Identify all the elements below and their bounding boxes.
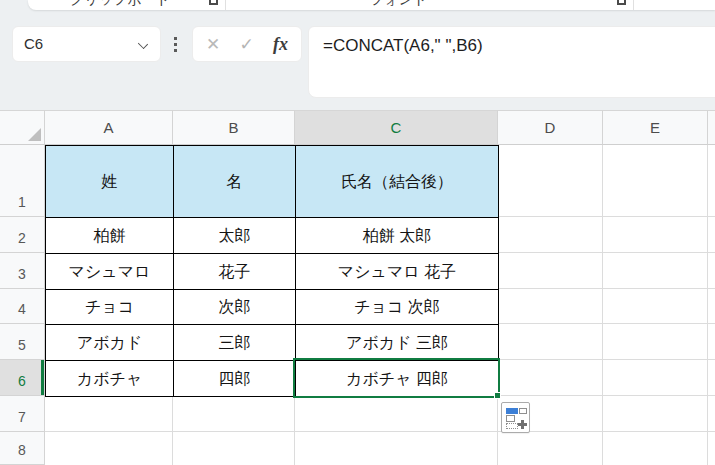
fill-handle[interactable]	[494, 392, 501, 399]
row-header-7[interactable]: 7	[0, 396, 45, 432]
row-header-label: 6	[18, 373, 26, 389]
dialog-launcher-icon[interactable]	[209, 0, 218, 5]
cell-C3[interactable]: マシュマロ 花子	[296, 254, 499, 290]
cancel-icon[interactable]: ✕	[206, 34, 220, 55]
cell-C6[interactable]: カボチャ 四郎	[296, 361, 499, 397]
column-header-partial[interactable]	[708, 110, 715, 145]
row-header-label: 2	[18, 230, 26, 246]
row-header-label: 3	[18, 266, 26, 282]
row-header-label: 8	[18, 442, 26, 458]
row-header-6[interactable]: 6	[0, 360, 45, 396]
column-header-E[interactable]: E	[603, 110, 708, 145]
insert-function-icon[interactable]: fx	[273, 34, 288, 55]
ribbon-group-clipboard-label: クリップボード	[70, 0, 170, 9]
cell-C5[interactable]: アボカド 三郎	[296, 325, 499, 361]
cell-A3[interactable]: マシュマロ	[46, 254, 174, 290]
dialog-launcher-icon[interactable]	[617, 0, 626, 5]
ribbon-group-font-label: フォント	[370, 0, 427, 9]
cell-C1[interactable]: 氏名（結合後）	[296, 146, 499, 218]
excel-window: クリップボード フォント C6 ✕ ✓ fx =CONCAT(A6," ",B6…	[0, 0, 715, 465]
formula-bar-splitter-icon[interactable]	[174, 37, 178, 52]
row-header-3[interactable]: 3	[0, 253, 45, 289]
column-header-C[interactable]: C	[295, 110, 498, 145]
column-header-B[interactable]: B	[173, 110, 295, 145]
cell-A5[interactable]: アボカド	[46, 325, 174, 361]
row-header-2[interactable]: 2	[0, 217, 45, 253]
cell-B5[interactable]: 三郎	[174, 325, 296, 361]
row-header-5[interactable]: 5	[0, 324, 45, 360]
cell-C4[interactable]: チョコ 次郎	[296, 290, 499, 325]
cell-B6[interactable]: 四郎	[174, 361, 296, 397]
formula-bar[interactable]: =CONCAT(A6," ",B6)	[308, 26, 715, 98]
cell-B3[interactable]: 花子	[174, 254, 296, 290]
row-header-label: 1	[18, 194, 26, 210]
ribbon-strip: クリップボード フォント	[28, 0, 715, 10]
row-header-4[interactable]: 4	[0, 289, 45, 324]
row-header-1[interactable]: 1	[0, 145, 45, 217]
cell-A1[interactable]: 姓	[46, 146, 174, 218]
chevron-down-icon[interactable]	[138, 39, 148, 49]
name-box[interactable]: C6	[12, 26, 161, 62]
data-table: 姓名氏名（結合後）柏餅太郎柏餅 太郎マシュマロ花子マシュマロ 花子チョコ次郎チョ…	[45, 145, 499, 397]
cell-B2[interactable]: 太郎	[174, 218, 296, 254]
name-box-value: C6	[24, 27, 43, 61]
row-header-label: 5	[18, 337, 26, 353]
cell-B1[interactable]: 名	[174, 146, 296, 218]
autofill-options-button[interactable]	[501, 402, 530, 433]
row-header-label: 4	[18, 301, 26, 317]
enter-icon[interactable]: ✓	[240, 34, 254, 55]
column-header-D[interactable]: D	[498, 110, 603, 145]
row-header-label: 7	[18, 409, 26, 425]
cell-A4[interactable]: チョコ	[46, 290, 174, 325]
row-header-8[interactable]: 8	[0, 432, 45, 465]
formula-bar-buttons: ✕ ✓ fx	[192, 26, 302, 62]
cell-A2[interactable]: 柏餅	[46, 218, 174, 254]
cell-C2[interactable]: 柏餅 太郎	[296, 218, 499, 254]
cell-A6[interactable]: カボチャ	[46, 361, 174, 397]
autofill-options-icon	[506, 407, 527, 430]
cell-B4[interactable]: 次郎	[174, 290, 296, 325]
column-header-A[interactable]: A	[45, 110, 173, 145]
select-all-triangle-icon	[28, 128, 41, 141]
select-all-button[interactable]	[0, 110, 45, 145]
ribbon-group-divider	[633, 0, 634, 10]
ribbon-group-divider	[225, 0, 226, 10]
formula-text: =CONCAT(A6," ",B6)	[323, 36, 483, 56]
